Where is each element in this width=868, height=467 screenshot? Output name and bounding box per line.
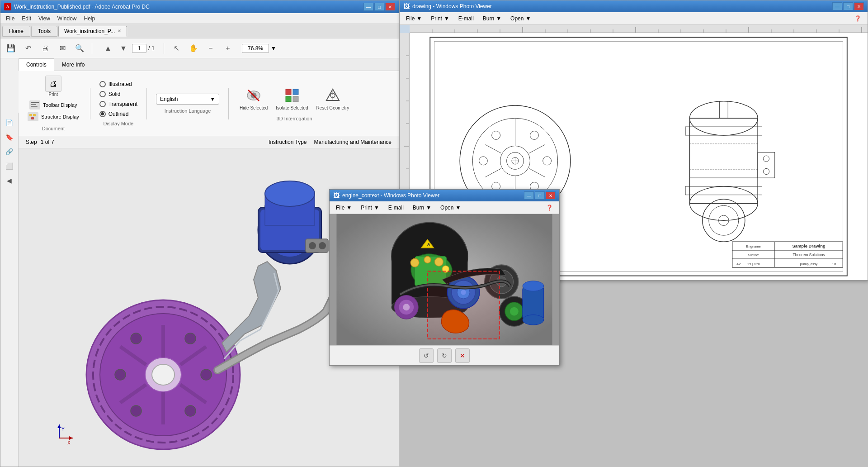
pv-drawing-email-label: E-mail xyxy=(458,15,474,22)
sidebar-links-icon[interactable]: 🔗 xyxy=(3,145,16,158)
menu-view[interactable]: View xyxy=(35,14,54,23)
tab-more-info[interactable]: More Info xyxy=(54,58,93,71)
back-button[interactable]: ↶ xyxy=(21,42,35,55)
tab-close-icon[interactable]: ✕ xyxy=(118,29,121,33)
zoom-in-button[interactable]: + xyxy=(221,42,235,55)
pv-drawing-file-arrow: ▼ xyxy=(416,15,422,22)
svg-point-42 xyxy=(319,242,326,249)
sidebar-bookmarks-icon[interactable]: 🔖 xyxy=(3,131,16,143)
email-button[interactable]: ✉ xyxy=(56,42,69,55)
pv-drawing-help-btn[interactable]: ❓ xyxy=(850,14,866,23)
svg-text:Y: Y xyxy=(61,427,65,432)
select-button[interactable]: ↖ xyxy=(170,42,183,55)
pv-engine-open-menu[interactable]: Open ▼ xyxy=(436,203,465,212)
pv-engine-close[interactable]: ✕ xyxy=(546,191,556,200)
tab-tools[interactable]: Tools xyxy=(31,26,57,37)
pv-engine-minimize[interactable]: — xyxy=(524,191,534,200)
svg-rect-1 xyxy=(31,104,36,105)
pv-engine-print-menu[interactable]: Print ▼ xyxy=(356,203,384,212)
pv-engine-back-btn[interactable]: ↺ xyxy=(419,348,434,363)
sidebar-pages-icon[interactable]: 📄 xyxy=(3,116,16,129)
page-down-button[interactable]: ▼ xyxy=(117,42,130,55)
page-up-button[interactable]: ▲ xyxy=(101,42,115,55)
pv-engine-open-label: Open xyxy=(440,205,453,211)
zoom-input[interactable] xyxy=(242,44,269,53)
radio-illustrated[interactable]: Illustrated xyxy=(99,81,137,87)
language-label: Instruction Language xyxy=(165,108,211,114)
search-icon: 🔍 xyxy=(75,44,84,52)
pv-drawing-email-menu[interactable]: E-mail xyxy=(454,14,478,23)
print-doc-button[interactable]: 🖨 xyxy=(45,76,61,92)
pv-engine-help-btn[interactable]: ❓ xyxy=(542,203,557,212)
svg-point-149 xyxy=(510,307,519,316)
pv-drawing-print-menu[interactable]: Print ▼ xyxy=(426,14,454,23)
maximize-button[interactable]: □ xyxy=(374,3,384,11)
svg-point-25 xyxy=(185,405,196,416)
find-button[interactable]: 🔍 xyxy=(73,42,86,55)
toolbar-display-button[interactable]: Toolbar Display xyxy=(28,100,79,110)
email-icon: ✉ xyxy=(60,44,66,52)
svg-text:Theorem Solutions: Theorem Solutions xyxy=(793,253,825,257)
pv-drawing-burn-menu[interactable]: Burn ▼ xyxy=(478,14,506,23)
pv-engine-burn-label: Burn xyxy=(413,205,424,211)
hand-button[interactable]: ✋ xyxy=(187,42,200,55)
pv-engine-delete-btn[interactable]: ✕ xyxy=(455,348,470,363)
close-button[interactable]: ✕ xyxy=(385,3,395,11)
svg-text:Sample Drawing: Sample Drawing xyxy=(792,243,825,248)
svg-marker-46 xyxy=(69,436,73,440)
reset-geometry-icon xyxy=(325,87,341,104)
page-input[interactable] xyxy=(132,44,146,53)
sidebar-collapse-icon[interactable]: ◀ xyxy=(3,174,16,187)
pv-engine-file-menu[interactable]: File ▼ xyxy=(331,203,356,212)
svg-text:pump_assy: pump_assy xyxy=(800,262,818,266)
pv-engine-burn-menu[interactable]: Burn ▼ xyxy=(408,203,436,212)
tab-home[interactable]: Home xyxy=(2,26,30,37)
radio-outlined[interactable]: Outlined xyxy=(99,111,137,117)
menu-help[interactable]: Help xyxy=(80,14,99,23)
menu-edit[interactable]: Edit xyxy=(18,14,35,23)
isolate-selected-button[interactable]: Isolate Selected xyxy=(274,86,310,112)
pv-engine-maximize[interactable]: □ xyxy=(535,191,545,200)
reset-geometry-button[interactable]: Reset Geometry xyxy=(314,86,351,112)
tab-document[interactable]: Work_instruction_P... ✕ xyxy=(58,26,127,37)
svg-point-21 xyxy=(185,333,196,344)
radio-transparent[interactable]: Transparent xyxy=(99,101,137,107)
structure-display-button[interactable]: Structure Display xyxy=(26,111,81,122)
pv-drawing-minimize[interactable]: — xyxy=(832,2,842,10)
pv-drawing-help-icon: ❓ xyxy=(854,15,861,22)
minimize-button[interactable]: — xyxy=(363,3,373,11)
print-doc-label: Print xyxy=(49,92,58,97)
pv-engine-forward-btn[interactable]: ↻ xyxy=(437,348,452,363)
svg-text:1:1 | 0.20: 1:1 | 0.20 xyxy=(747,262,760,266)
pv-engine-menu-bar: File ▼ Print ▼ E-mail Burn ▼ Open ▼ ❓ xyxy=(330,201,559,214)
acrobat-icon: A xyxy=(4,3,11,10)
pv-engine-email-menu[interactable]: E-mail xyxy=(384,203,408,212)
svg-rect-11 xyxy=(286,96,291,102)
menu-window[interactable]: Window xyxy=(54,14,80,23)
pv-drawing-close[interactable]: ✕ xyxy=(854,2,864,10)
radio-solid-circle xyxy=(99,91,106,97)
pv-drawing-open-menu[interactable]: Open ▼ xyxy=(506,14,535,23)
pv-engine-back-icon: ↺ xyxy=(424,352,429,359)
zoom-dropdown-icon[interactable]: ▼ xyxy=(271,45,276,52)
pv-drawing-burn-label: Burn xyxy=(483,15,494,22)
pv-drawing-maximize[interactable]: □ xyxy=(843,2,853,10)
save-button[interactable]: 💾 xyxy=(4,42,18,55)
zoom-out-button[interactable]: − xyxy=(204,42,217,55)
radio-solid[interactable]: Solid xyxy=(99,91,137,97)
page-total: 1 xyxy=(151,45,155,52)
interrogation-buttons: Hide Selected xyxy=(238,86,351,112)
pv-drawing-menu-bar: File ▼ Print ▼ E-mail Burn ▼ Open ▼ ❓ xyxy=(400,12,868,25)
pv-engine-email-label: E-mail xyxy=(388,205,404,211)
ruler-top-svg xyxy=(410,25,868,33)
tab-controls[interactable]: Controls xyxy=(19,58,54,71)
language-dropdown[interactable]: English ▼ xyxy=(156,94,219,105)
menu-file[interactable]: File xyxy=(2,14,18,23)
zoom-in-icon: + xyxy=(226,44,230,52)
print-button[interactable]: 🖨 xyxy=(38,42,52,55)
sidebar-layers-icon[interactable]: ⬜ xyxy=(3,160,16,172)
svg-point-134 xyxy=(410,258,419,267)
hide-selected-button[interactable]: Hide Selected xyxy=(238,86,269,112)
pv-drawing-file-menu[interactable]: File ▼ xyxy=(401,14,426,23)
step-bar: Step 1 of 7 Instruction Type Manufacturi… xyxy=(19,136,399,148)
